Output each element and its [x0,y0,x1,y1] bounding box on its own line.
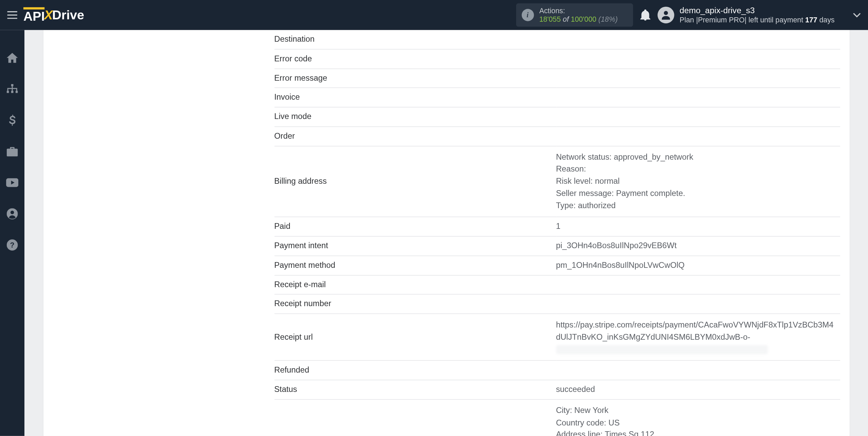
plan-info: Plan |Premium PRO| left until payment 17… [679,16,834,25]
account-icon[interactable] [0,206,24,222]
row-value [556,294,840,314]
info-icon: i [521,9,534,21]
help-icon[interactable]: ? [0,237,24,253]
table-row: Billing addressCity: New YorkCountry cod… [274,399,840,436]
table-row: Error code [274,49,840,68]
row-key: Error message [274,68,556,88]
table-row: Live mode [274,107,840,126]
table-row: Payment methodpm_1OHn4nBos8uIlNpoLVwCwOl… [274,256,840,275]
logo[interactable]: APIXDrive [23,7,84,23]
svg-rect-1 [11,84,14,86]
row-value [556,361,840,380]
table-row: Paid1 [274,217,840,236]
actions-label: Actions: [539,7,617,15]
row-key: Paid [274,217,556,236]
table-row: Error message [274,68,840,88]
row-value: 1 [556,217,840,236]
row-key: Invoice [274,88,556,107]
row-key: Receipt e-mail [274,275,556,294]
table-row: Statussucceeded [274,380,840,399]
row-value [556,88,840,107]
briefcase-icon[interactable] [0,144,24,159]
avatar-icon [657,7,674,23]
svg-rect-3 [11,91,14,93]
table-row: Receipt urlhttps://pay.stripe.com/receip… [274,314,840,360]
actions-value: 18'055 of 100'000 (18%) [539,15,617,23]
row-key: Receipt number [274,294,556,314]
row-value [556,107,840,126]
table-row: Refunded [274,361,840,380]
table-row: Billing addressNetwork status: approved_… [274,146,840,217]
youtube-icon[interactable] [0,175,24,191]
table-row: Invoice [274,88,840,107]
actions-counter[interactable]: i Actions: 18'055 of 100'000 (18%) [516,3,633,27]
row-key: Live mode [274,107,556,126]
billing-icon[interactable] [0,113,24,128]
row-value [556,68,840,88]
table-row: Order [274,126,840,146]
connections-icon[interactable] [0,81,24,97]
topbar: APIXDrive i Actions: 18'055 of 100'000 (… [0,0,868,30]
row-value [556,49,840,68]
row-value: City: New YorkCountry code: USAddress li… [556,399,840,436]
svg-point-7 [11,211,14,214]
row-key: Status [274,380,556,399]
main-panel: DestinationError codeError messageInvoic… [43,30,849,436]
username: demo_apix-drive_s3 [679,5,834,16]
table-row: Destination [274,30,840,49]
svg-rect-2 [7,91,9,93]
user-menu[interactable]: demo_apix-drive_s3 Plan |Premium PRO| le… [657,5,846,25]
row-key: Destination [274,30,556,49]
row-key: Error code [274,49,556,68]
svg-rect-4 [16,91,18,93]
table-row: Receipt number [274,294,840,314]
svg-text:?: ? [10,241,15,249]
row-key: Receipt url [274,314,556,360]
bell-icon[interactable] [633,9,657,21]
table-row: Payment intentpi_3OHn4oBos8uIlNpo29vEB6W… [274,236,840,256]
row-value [556,30,840,49]
row-key: Payment intent [274,236,556,256]
row-value [556,126,840,146]
left-rail: ? [0,30,24,436]
chevron-down-icon[interactable] [846,12,868,18]
row-key: Refunded [274,361,556,380]
row-value: pm_1OHn4nBos8uIlNpoLVwCwOlQ [556,256,840,275]
row-key: Billing address [274,146,556,217]
row-value: Network status: approved_by_networkReaso… [556,146,840,217]
row-value: pi_3OHn4oBos8uIlNpo29vEB6Wt [556,236,840,256]
row-value: https://pay.stripe.com/receipts/payment/… [556,314,840,360]
svg-point-0 [664,11,668,15]
hamburger-menu-icon[interactable] [0,0,24,30]
row-value: succeeded [556,380,840,399]
content-area: DestinationError codeError messageInvoic… [24,30,868,436]
home-icon[interactable] [0,50,24,66]
row-key: Order [274,126,556,146]
row-key: Billing address [274,399,556,436]
redacted-text [556,345,768,354]
table-row: Receipt e-mail [274,275,840,294]
row-key: Payment method [274,256,556,275]
details-table: DestinationError codeError messageInvoic… [274,30,840,436]
row-value [556,275,840,294]
